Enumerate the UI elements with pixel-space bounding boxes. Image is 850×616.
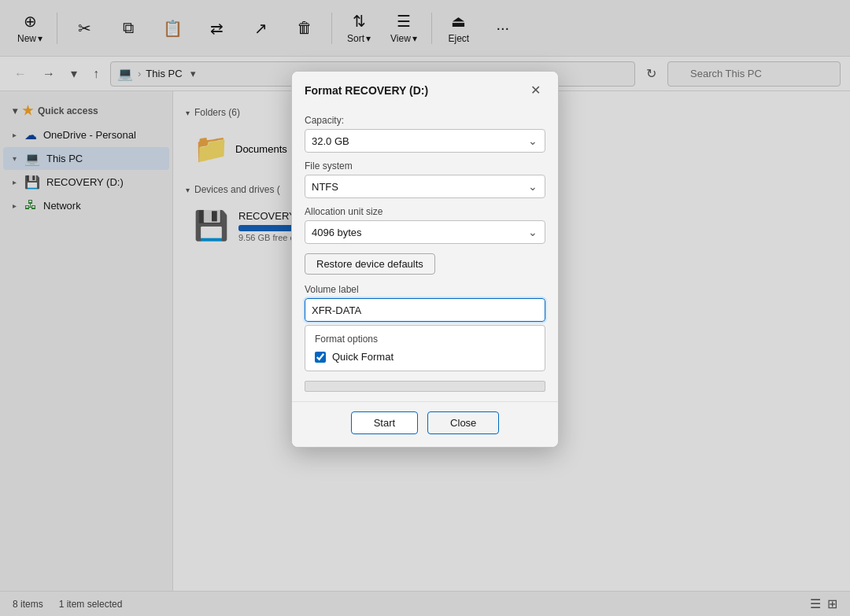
dialog-overlay: Format RECOVERY (D:) ✕ Capacity: 32.0 GB… xyxy=(0,0,850,616)
format-dialog: Format RECOVERY (D:) ✕ Capacity: 32.0 GB… xyxy=(291,71,559,448)
dialog-title: Format RECOVERY (D:) xyxy=(305,84,428,97)
allocation-select[interactable]: 4096 bytes 512 bytes 1024 bytes 2048 byt… xyxy=(305,220,545,244)
capacity-label: Capacity: xyxy=(305,115,545,126)
allocation-label: Allocation unit size xyxy=(305,206,545,217)
close-button[interactable]: Close xyxy=(427,411,499,434)
dialog-footer: Start Close xyxy=(292,401,558,447)
volume-input[interactable] xyxy=(305,298,545,322)
quick-format-checkbox[interactable] xyxy=(315,352,326,363)
format-options-box: Format options Quick Format xyxy=(305,325,545,371)
filesystem-label: File system xyxy=(305,160,545,172)
quick-format-label: Quick Format xyxy=(332,351,394,363)
dialog-body: Capacity: 32.0 GB File system NTFS FAT32… xyxy=(292,115,558,401)
volume-label: Volume label xyxy=(305,284,545,295)
dialog-close-button[interactable]: ✕ xyxy=(526,81,545,99)
filesystem-select-wrap: NTFS FAT32 exFAT xyxy=(305,175,545,198)
dialog-close-icon: ✕ xyxy=(530,83,541,97)
capacity-select-wrap: 32.0 GB xyxy=(305,129,545,153)
format-options-title: Format options xyxy=(315,334,535,345)
start-button[interactable]: Start xyxy=(351,411,418,434)
progress-bar xyxy=(305,381,545,392)
quick-format-row: Quick Format xyxy=(315,351,535,363)
restore-defaults-button[interactable]: Restore device defaults xyxy=(305,253,435,275)
filesystem-select[interactable]: NTFS FAT32 exFAT xyxy=(305,175,545,198)
allocation-select-wrap: 4096 bytes 512 bytes 1024 bytes 2048 byt… xyxy=(305,220,545,244)
capacity-select[interactable]: 32.0 GB xyxy=(305,129,545,153)
dialog-titlebar: Format RECOVERY (D:) ✕ xyxy=(292,72,558,107)
